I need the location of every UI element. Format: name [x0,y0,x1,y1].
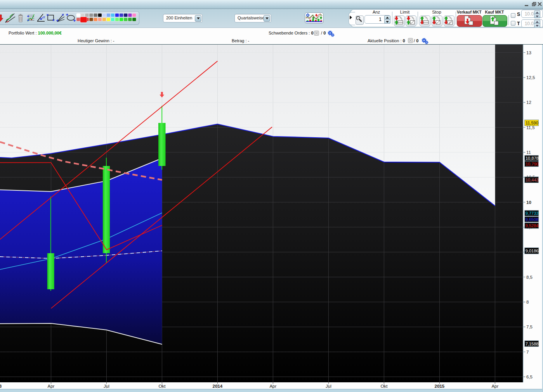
svg-text:Apr: Apr [269,384,276,389]
svg-text:Okt: Okt [380,384,388,389]
svg-text:8,5: 8,5 [526,275,533,280]
svg-text:Apr: Apr [491,384,498,389]
svg-text:α: α [43,14,45,19]
svg-text:9,7733: 9,7733 [526,211,539,216]
svg-text:Okt: Okt [158,384,166,389]
svg-text:12,5: 12,5 [526,75,535,80]
svg-text:Apr: Apr [48,384,55,389]
svg-text:9,6508: 9,6508 [526,217,539,222]
svg-text:8: 8 [526,300,529,304]
svg-text:7: 7 [526,350,529,354]
svg-text:7,1588: 7,1588 [526,342,539,346]
svg-text:7,5: 7,5 [526,325,533,329]
svg-text:10: 10 [526,200,531,205]
svg-text:Jul: Jul [104,384,109,389]
svg-text:9,0186: 9,0186 [526,249,539,253]
svg-text:Jul: Jul [326,384,331,389]
svg-text:11: 11 [526,150,531,155]
svg-text:13: 13 [526,50,531,55]
svg-text:3: 3 [0,384,2,389]
svg-text:10,790: 10,790 [526,162,539,166]
svg-text:2014: 2014 [213,384,223,389]
svg-text:10,878: 10,878 [526,156,539,161]
svg-text:11,590: 11,590 [526,121,538,125]
svg-text:12: 12 [526,100,531,105]
svg-text:9,5284: 9,5284 [526,223,539,228]
svg-text:2015: 2015 [435,384,445,389]
svg-text:10,443: 10,443 [526,178,539,182]
svg-text:6,5: 6,5 [526,375,533,379]
